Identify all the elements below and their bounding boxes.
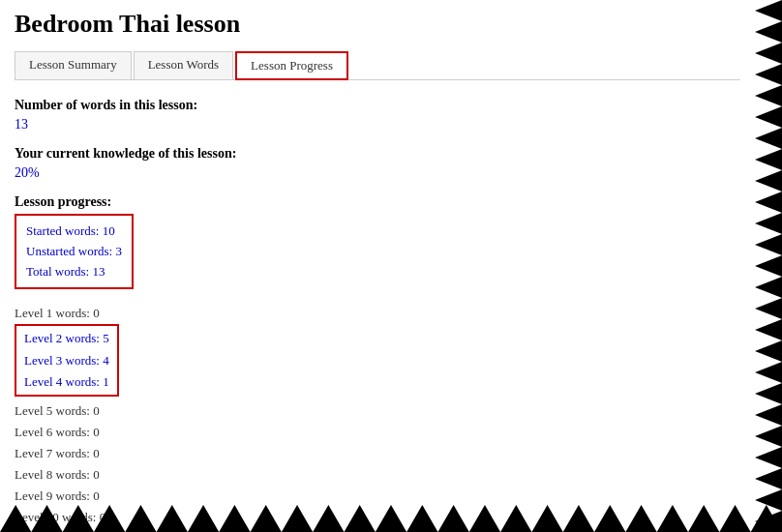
progress-summary-box: Started words: 10 Unstarted words: 3 Tot… — [15, 214, 134, 289]
tab-lesson-summary[interactable]: Lesson Summary — [15, 51, 132, 80]
level-list: Level 1 words: 0 Level 2 words: 5 Level … — [15, 303, 740, 528]
started-words: Started words: 10 — [26, 222, 122, 242]
level-3-item: Level 3 words: 4 — [24, 350, 109, 371]
level-9-item: Level 9 words: 0 — [15, 486, 740, 507]
tab-lesson-words[interactable]: Lesson Words — [134, 51, 233, 80]
total-words: Total words: 13 — [26, 262, 122, 282]
level-6-item: Level 6 words: 0 — [15, 422, 740, 443]
level-4-item: Level 4 words: 1 — [24, 371, 109, 393]
level-1-item: Level 1 words: 0 — [15, 303, 740, 324]
word-count-value: 13 — [15, 117, 740, 133]
tabs-container: Lesson Summary Lesson Words Lesson Progr… — [15, 50, 740, 80]
knowledge-label: Your current knowledge of this lesson: — [15, 146, 740, 162]
tab-lesson-progress[interactable]: Lesson Progress — [235, 51, 348, 80]
progress-label: Lesson progress: — [15, 194, 740, 210]
word-count-label: Number of words in this lesson: — [15, 98, 740, 113]
knowledge-value: 20% — [15, 165, 740, 181]
page-title: Bedroom Thai lesson — [15, 10, 740, 39]
highlighted-levels-box: Level 2 words: 5 Level 3 words: 4 Level … — [15, 324, 119, 396]
jagged-right-decoration — [755, 0, 782, 532]
level-8-item: Level 8 words: 0 — [15, 464, 740, 486]
level-2-item: Level 2 words: 5 — [24, 328, 109, 349]
level-5-item: Level 5 words: 0 — [15, 400, 740, 422]
unstarted-words: Unstarted words: 3 — [26, 242, 122, 262]
level-7-item: Level 7 words: 0 — [15, 443, 740, 464]
